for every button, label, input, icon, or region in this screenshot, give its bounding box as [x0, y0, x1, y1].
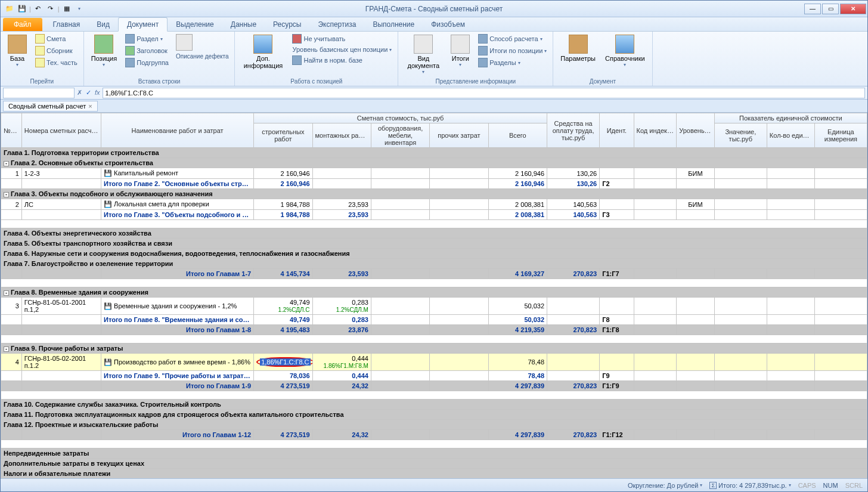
subgroup-button[interactable]: Подгруппа: [123, 57, 171, 68]
table-row[interactable]: -Глава 2. Основные объекты строительства: [1, 158, 867, 168]
table-row[interactable]: -Глава 8. Временные здания и сооружения: [1, 287, 867, 298]
total-status[interactable]: ΣИтого: 4 297,839тыс.р.▾: [709, 482, 790, 489]
ribbon: База▾ Смета Сборник Тех. часть Перейти П…: [1, 32, 867, 86]
group-insert-label: Вставка строки: [88, 77, 231, 85]
grid-header: № п.п Номера сметных расчетов и смет Наи…: [1, 113, 867, 148]
base-button[interactable]: База▾: [4, 33, 30, 69]
smeta-button[interactable]: Смета: [33, 33, 80, 44]
tab-resources[interactable]: Ресурсы: [265, 18, 309, 31]
table-row[interactable]: Глава 1. Подготовка территории строитель…: [1, 148, 867, 158]
undo-icon[interactable]: ↶: [33, 4, 44, 14]
tab-volume[interactable]: Физобъем: [423, 18, 473, 31]
status-bar: Округление: До рублей▾ ΣИтого: 4 297,839…: [1, 478, 867, 491]
table-row[interactable]: Налоги и обязательные платежи: [1, 469, 867, 479]
table-row[interactable]: Итого по Главе 8. "Временные здания и со…: [1, 315, 867, 325]
findnorm-button[interactable]: Найти в норм. базе: [290, 55, 394, 66]
params-button[interactable]: Параметры: [557, 33, 599, 63]
tab-expertise[interactable]: Экспертиза: [309, 18, 364, 31]
accept-icon[interactable]: ✓: [86, 89, 91, 97]
tab-execution[interactable]: Выполнение: [364, 18, 423, 31]
save-icon[interactable]: 💾: [17, 4, 27, 14]
table-row[interactable]: Глава 4. Объекты энергетического хозяйст…: [1, 228, 867, 239]
totals-button[interactable]: Итоги▾: [447, 33, 473, 69]
defect-desc-button[interactable]: [173, 33, 231, 51]
position-button[interactable]: Позиция▾: [88, 33, 121, 69]
table-row[interactable]: -Глава 3. Объекты подсобного и обслужива…: [1, 189, 867, 199]
options-icon[interactable]: ▾: [74, 4, 85, 14]
table-row[interactable]: Итого по Главам 1-12 4 273,51924,32 4 29…: [1, 430, 867, 440]
maximize-button[interactable]: ▭: [822, 4, 839, 14]
table-row[interactable]: [1, 391, 867, 400]
scrl-indicator: SCRL: [845, 482, 863, 489]
quick-access-toolbar: 📁 💾 | ↶ ↷ | ▦ ▾: [1, 4, 85, 14]
table-row[interactable]: 2ЛС 💾 Локальная смета для проверки 1 984…: [1, 199, 867, 210]
expand-icon[interactable]: -: [4, 346, 9, 352]
docview-button[interactable]: Вид документа▾: [402, 33, 445, 76]
table-row[interactable]: Итого по Главам 1-7 4 145,73423,593 4 16…: [1, 269, 867, 279]
cancel-icon[interactable]: ✗: [77, 89, 82, 97]
window-title: ГРАНД-Смета - Сводный сметный расчет: [365, 5, 503, 13]
sbornik-button[interactable]: Сборник: [33, 45, 80, 56]
table-row[interactable]: -Глава 9. Прочие работы и затраты: [1, 344, 867, 354]
table-row[interactable]: Итого по Главе 3. "Объекты подсобного и …: [1, 210, 867, 220]
tab-view[interactable]: Вид: [88, 18, 118, 31]
table-row[interactable]: Итого по Главам 1-8 4 195,48323,876 4 21…: [1, 325, 867, 335]
table-row[interactable]: Дополнительные затраты в текущих ценах: [1, 459, 867, 469]
titlebar: 📁 💾 | ↶ ↷ | ▦ ▾ ГРАНД-Смета - Сводный см…: [1, 1, 867, 17]
table-row[interactable]: [1, 335, 867, 344]
group-doc-label: Документ: [557, 77, 648, 85]
minimize-button[interactable]: —: [804, 4, 821, 14]
formula-input[interactable]: 1,86%Г1.С:Г8.С: [103, 88, 865, 98]
caps-indicator: CAPS: [798, 482, 816, 489]
tab-document[interactable]: Документ: [118, 17, 168, 32]
table-row[interactable]: Итого по Главам 1-9 4 273,51924,32 4 297…: [1, 381, 867, 391]
formula-bar: ✗✓fx 1,86%Г1.С:Г8.С: [1, 86, 867, 100]
fx-icon[interactable]: fx: [95, 89, 100, 97]
header-button[interactable]: Заголовок: [123, 45, 171, 56]
tech-button[interactable]: Тех. часть: [33, 57, 80, 68]
postotals-button[interactable]: Итоги по позиции▾: [476, 45, 549, 56]
table-row[interactable]: 4ГСНр-81-05-02-2001 п.1.2 💾 Производство…: [1, 354, 867, 371]
table-row[interactable]: Глава 6. Наружные сети и сооружения водо…: [1, 249, 867, 259]
sections-button[interactable]: Разделы▾: [476, 57, 549, 68]
tab-file[interactable]: Файл: [3, 18, 42, 31]
redo-icon[interactable]: ↷: [45, 4, 56, 14]
tab-main[interactable]: Главная: [45, 18, 89, 31]
refs-button[interactable]: Справочники▾: [602, 33, 649, 69]
tab-selection[interactable]: Выделение: [168, 18, 222, 31]
expand-icon[interactable]: -: [4, 290, 9, 296]
expand-icon[interactable]: -: [4, 161, 9, 166]
table-row[interactable]: Итого по Главе 9. "Прочие работы и затра…: [1, 371, 867, 381]
data-grid[interactable]: № п.п Номера сметных расчетов и смет Наи…: [1, 113, 867, 478]
table-row[interactable]: 11-2-3 💾 Капитальный ремонт 2 160,946 2 …: [1, 168, 867, 179]
group-position-label: Работа с позицией: [238, 77, 394, 85]
doc-tab-summary[interactable]: Сводный сметный расчет×: [3, 101, 98, 112]
tab-data[interactable]: Данные: [222, 18, 265, 31]
table-row[interactable]: [1, 440, 867, 448]
table-row[interactable]: Итого по Главе 2. "Основные объекты стро…: [1, 179, 867, 189]
table-row[interactable]: [1, 279, 867, 287]
table-row[interactable]: Глава 10. Содержание службы заказчика. С…: [1, 400, 867, 410]
group-goto-label: Перейти: [4, 77, 80, 85]
group-info-label: Представление информации: [402, 77, 549, 85]
section-button[interactable]: Раздел▾: [123, 33, 171, 44]
table-row[interactable]: Глава 7. Благоустройство и озеленение те…: [1, 259, 867, 269]
close-button[interactable]: ✕: [840, 4, 866, 14]
table-row[interactable]: Глава 11. Подготовка эксплуатационных ка…: [1, 410, 867, 420]
calcmethod-button[interactable]: Способ расчета▾: [476, 33, 549, 44]
rounding-status[interactable]: Округление: До рублей▾: [628, 482, 702, 489]
ignore-button[interactable]: Не учитывать: [290, 33, 394, 44]
table-row[interactable]: Непредвиденные затраты: [1, 448, 867, 459]
document-tabs: Сводный сметный расчет×: [1, 100, 867, 113]
table-row[interactable]: 3ГСНр-81-05-01-2001 п.1,2 💾 Временные зд…: [1, 298, 867, 315]
expand-icon[interactable]: -: [4, 192, 9, 197]
close-tab-icon[interactable]: ×: [88, 103, 92, 110]
table-row[interactable]: Глава 12. Проектные и изыскательские раб…: [1, 420, 867, 430]
folder-icon[interactable]: 📁: [4, 4, 15, 14]
name-box[interactable]: [3, 88, 75, 98]
table-row[interactable]: [1, 220, 867, 228]
table-row[interactable]: Глава 5. Объекты транспортного хозяйства…: [1, 239, 867, 249]
group-icon[interactable]: ▦: [61, 4, 72, 14]
addinfo-button[interactable]: Доп. информация: [238, 33, 287, 70]
baselevel-button[interactable]: Уровень базисных цен позиции▾: [290, 45, 394, 54]
